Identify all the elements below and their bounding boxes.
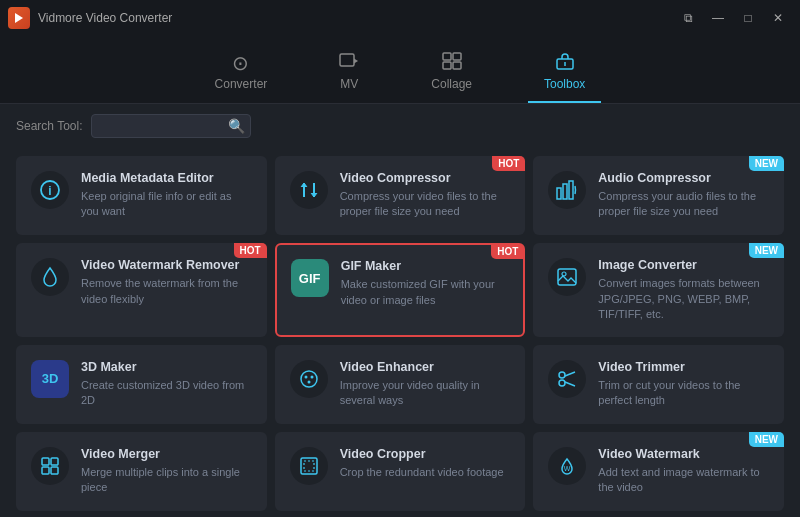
- tool-card-video-compressor[interactable]: HotVideo CompressorCompress your video f…: [275, 156, 526, 235]
- svg-rect-13: [563, 184, 567, 199]
- svg-point-17: [301, 371, 317, 387]
- tool-card-video-merger[interactable]: Video MergerMerge multiple clips into a …: [16, 432, 267, 511]
- search-label: Search Tool:: [16, 119, 83, 133]
- svg-rect-27: [42, 467, 49, 474]
- svg-rect-4: [443, 62, 451, 69]
- svg-rect-15: [558, 269, 576, 285]
- tool-card-media-metadata[interactable]: iMedia Metadata EditorKeep original file…: [16, 156, 267, 235]
- svg-point-20: [307, 380, 310, 383]
- tool-desc-video-watermark: Add text and image watermark to the vide…: [598, 465, 769, 496]
- svg-text:i: i: [48, 184, 51, 198]
- nav-bar: ⊙ Converter MV Collage Toolbox: [0, 36, 800, 104]
- svg-rect-28: [51, 467, 58, 474]
- svg-line-24: [565, 382, 575, 386]
- tool-desc-3d-maker: Create customized 3D video from 2D: [81, 378, 252, 409]
- tool-desc-video-cropper: Crop the redundant video footage: [340, 465, 511, 480]
- svg-rect-25: [42, 458, 49, 465]
- tool-card-gif-maker[interactable]: HotGIFGIF MakerMake customized GIF with …: [275, 243, 526, 336]
- tool-name-video-watermark-remover: Video Watermark Remover: [81, 258, 252, 272]
- svg-rect-30: [304, 461, 314, 471]
- title-bar: Vidmore Video Converter ⧉ — □ ✕: [0, 0, 800, 36]
- svg-rect-26: [51, 458, 58, 465]
- tool-card-3d-maker[interactable]: 3D3D MakerCreate customized 3D video fro…: [16, 345, 267, 424]
- tool-name-audio-compressor: Audio Compressor: [598, 171, 769, 185]
- svg-point-18: [304, 375, 307, 378]
- badge-video-watermark-remover: Hot: [234, 243, 267, 258]
- search-input[interactable]: [91, 114, 251, 138]
- tool-icon-image-converter: [548, 258, 586, 296]
- minimize-button[interactable]: —: [704, 7, 732, 29]
- search-bar: Search Tool: 🔍: [0, 104, 800, 148]
- svg-point-19: [310, 375, 313, 378]
- title-bar-left: Vidmore Video Converter: [8, 7, 172, 29]
- tool-icon-video-enhancer: [290, 360, 328, 398]
- tool-icon-video-merger: [31, 447, 69, 485]
- maximize-button[interactable]: □: [734, 7, 762, 29]
- search-icon[interactable]: 🔍: [228, 118, 245, 134]
- tool-name-image-converter: Image Converter: [598, 258, 769, 272]
- nav-item-collage[interactable]: Collage: [415, 46, 488, 103]
- tool-card-video-cropper[interactable]: Video CropperCrop the redundant video fo…: [275, 432, 526, 511]
- tool-name-video-compressor: Video Compressor: [340, 171, 511, 185]
- tool-icon-video-compressor: [290, 171, 328, 209]
- tool-card-video-enhancer[interactable]: Video EnhancerImprove your video quality…: [275, 345, 526, 424]
- tool-icon-gif-maker: GIF: [291, 259, 329, 297]
- nav-item-converter[interactable]: ⊙ Converter: [199, 47, 284, 103]
- svg-rect-1: [340, 54, 354, 66]
- nav-label-collage: Collage: [431, 77, 472, 91]
- tool-name-video-cropper: Video Cropper: [340, 447, 511, 461]
- badge-gif-maker: Hot: [491, 244, 524, 259]
- tool-desc-video-watermark-remover: Remove the watermark from the video flex…: [81, 276, 252, 307]
- tool-name-3d-maker: 3D Maker: [81, 360, 252, 374]
- nav-item-toolbox[interactable]: Toolbox: [528, 46, 601, 103]
- tool-icon-video-watermark: W: [548, 447, 586, 485]
- svg-rect-12: [557, 188, 561, 199]
- tool-name-video-watermark: Video Watermark: [598, 447, 769, 461]
- tool-icon-video-watermark-remover: [31, 258, 69, 296]
- mv-icon: [339, 52, 359, 73]
- tool-desc-video-trimmer: Trim or cut your videos to the perfect l…: [598, 378, 769, 409]
- tool-card-video-trimmer[interactable]: Video TrimmerTrim or cut your videos to …: [533, 345, 784, 424]
- app-logo: [8, 7, 30, 29]
- tool-desc-audio-compressor: Compress your audio files to the proper …: [598, 189, 769, 220]
- tool-desc-image-converter: Convert images formats between JPG/JPEG,…: [598, 276, 769, 322]
- svg-text:W: W: [564, 465, 571, 472]
- svg-rect-3: [453, 53, 461, 60]
- windowed-button[interactable]: ⧉: [674, 7, 702, 29]
- tool-icon-audio-compressor: [548, 171, 586, 209]
- tool-name-gif-maker: GIF Maker: [341, 259, 510, 273]
- svg-rect-29: [301, 458, 317, 474]
- svg-point-22: [559, 380, 565, 386]
- tool-name-video-enhancer: Video Enhancer: [340, 360, 511, 374]
- svg-point-16: [562, 272, 566, 276]
- svg-rect-14: [569, 181, 573, 199]
- tool-desc-video-merger: Merge multiple clips into a single piece: [81, 465, 252, 496]
- tool-icon-video-cropper: [290, 447, 328, 485]
- tool-card-video-watermark[interactable]: NewWVideo WatermarkAdd text and image wa…: [533, 432, 784, 511]
- nav-label-toolbox: Toolbox: [544, 77, 585, 91]
- toolbox-icon: [555, 52, 575, 73]
- tool-card-audio-compressor[interactable]: NewAudio CompressorCompress your audio f…: [533, 156, 784, 235]
- tool-icon-media-metadata: i: [31, 171, 69, 209]
- tools-grid: iMedia Metadata EditorKeep original file…: [0, 148, 800, 517]
- nav-label-converter: Converter: [215, 77, 268, 91]
- tool-desc-video-compressor: Compress your video files to the proper …: [340, 189, 511, 220]
- svg-marker-0: [15, 13, 23, 23]
- svg-rect-5: [453, 62, 461, 69]
- tool-card-image-converter[interactable]: NewImage ConverterConvert images formats…: [533, 243, 784, 336]
- collage-icon: [442, 52, 462, 73]
- search-input-wrap: 🔍: [91, 114, 251, 138]
- tool-desc-video-enhancer: Improve your video quality in several wa…: [340, 378, 511, 409]
- badge-audio-compressor: New: [749, 156, 784, 171]
- converter-icon: ⊙: [232, 53, 249, 73]
- svg-point-21: [559, 372, 565, 378]
- tool-card-video-watermark-remover[interactable]: HotVideo Watermark RemoverRemove the wat…: [16, 243, 267, 336]
- tool-icon-3d-maker: 3D: [31, 360, 69, 398]
- tool-name-video-merger: Video Merger: [81, 447, 252, 461]
- tool-name-media-metadata: Media Metadata Editor: [81, 171, 252, 185]
- svg-rect-2: [443, 53, 451, 60]
- badge-video-compressor: Hot: [492, 156, 525, 171]
- close-button[interactable]: ✕: [764, 7, 792, 29]
- nav-item-mv[interactable]: MV: [323, 46, 375, 103]
- badge-video-watermark: New: [749, 432, 784, 447]
